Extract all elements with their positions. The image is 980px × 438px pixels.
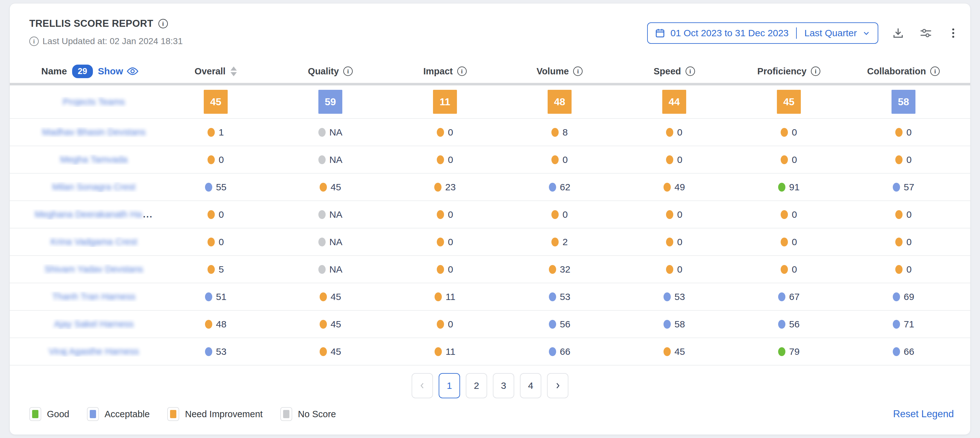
score-cell: 53 <box>617 291 732 302</box>
score-dot <box>666 265 673 274</box>
eye-icon <box>126 67 139 76</box>
score-dot <box>437 155 444 164</box>
row-name-link[interactable]: Meghana Deerakanath Ha... <box>35 209 153 220</box>
legend-label: No Score <box>298 409 336 419</box>
legend-item-no-score[interactable]: No Score <box>280 407 336 421</box>
score-dot <box>778 183 785 191</box>
legend-swatch <box>170 410 177 418</box>
previous-page-button[interactable] <box>412 373 433 398</box>
score-cell: 0 <box>732 127 846 138</box>
legend-item-good[interactable]: Good <box>29 407 69 421</box>
sort-icon[interactable] <box>231 67 237 76</box>
score-dot <box>437 320 444 329</box>
score-cell: 48 <box>158 319 273 330</box>
column-header-collaboration[interactable]: Collaboration i <box>846 66 961 76</box>
name-cell: Projects Teams <box>29 97 158 107</box>
show-toggle[interactable]: Show <box>98 66 139 76</box>
last-updated-info-icon[interactable]: i <box>29 37 39 46</box>
date-range-button[interactable]: 01 Oct 2023 to 31 Dec 2023 Last Quarter <box>647 22 878 44</box>
score-value: 2 <box>562 237 568 247</box>
column-header-proficiency[interactable]: Proficiency i <box>732 66 846 76</box>
truncation-ellipsis: ... <box>143 210 153 219</box>
legend-swatch-box <box>29 407 41 421</box>
column-header-volume[interactable]: Volume i <box>502 66 617 76</box>
row-name-link[interactable]: Madhav Bhasin Devstans <box>42 127 146 137</box>
table-row: Milan Sonagra Crest 55452362499157 <box>10 174 970 201</box>
row-name-link[interactable]: Ajay Sakel Harness <box>54 319 134 329</box>
score-cell: NA <box>273 237 388 247</box>
legend-swatch-box <box>167 407 179 421</box>
info-icon[interactable]: i <box>343 67 353 76</box>
score-dot <box>663 292 671 301</box>
score-cell: 0 <box>846 237 961 247</box>
table-row: Ajay Sakel Harness 4845056585671 <box>10 311 970 338</box>
legend-swatch <box>283 410 290 418</box>
score-value: 53 <box>675 291 685 302</box>
page-button-2[interactable]: 2 <box>466 373 487 398</box>
score-dot <box>663 183 671 191</box>
score-cell: 45 <box>273 291 388 302</box>
next-page-button[interactable] <box>547 373 568 398</box>
info-icon[interactable]: i <box>573 67 582 76</box>
row-name-link[interactable]: Megha Tamvada <box>60 154 127 165</box>
info-icon[interactable]: i <box>811 67 820 76</box>
score-dot <box>893 183 900 191</box>
score-cell: 66 <box>502 346 617 357</box>
score-value: 0 <box>906 209 912 220</box>
legend-item-acceptable[interactable]: Acceptable <box>87 407 150 421</box>
info-icon[interactable]: i <box>686 67 695 76</box>
score-cell: 44 <box>617 90 732 114</box>
page-button-3[interactable]: 3 <box>493 373 514 398</box>
score-cell: 91 <box>732 182 846 193</box>
score-dot <box>318 210 326 219</box>
score-dot <box>893 347 900 356</box>
info-icon[interactable]: i <box>457 67 467 76</box>
table-header-row: Name 29 Show Overall Quality i Impact i … <box>10 60 970 83</box>
filter-settings-button[interactable] <box>918 25 934 41</box>
row-name-link[interactable]: Thanh Tran Harness <box>52 291 135 302</box>
page-button-1[interactable]: 1 <box>439 373 460 398</box>
score-badge: 45 <box>204 90 228 114</box>
score-value: 0 <box>906 127 912 138</box>
score-dot <box>549 320 556 329</box>
score-dot <box>205 292 212 301</box>
pagination-pages: 1234 <box>439 373 541 398</box>
column-header-impact[interactable]: Impact i <box>388 66 502 76</box>
column-header-quality[interactable]: Quality i <box>273 66 388 76</box>
table-row: Megha Tamvada 0NA00000 <box>10 146 970 174</box>
row-name-link[interactable]: Shivam Yadav Devstans <box>45 264 143 274</box>
score-value: 56 <box>789 319 800 330</box>
score-value: 51 <box>216 291 226 302</box>
column-header-overall[interactable]: Overall <box>158 66 273 76</box>
info-icon[interactable]: i <box>930 67 940 76</box>
table-row: Thanh Tran Harness 51451153536769 <box>10 283 970 311</box>
score-dot <box>318 237 326 247</box>
score-dot <box>549 265 556 274</box>
reset-legend-link[interactable]: Reset Legend <box>893 408 954 420</box>
legend-item-need-improvement[interactable]: Need Improvement <box>167 407 262 421</box>
report-card: TRELLIS SCORE REPORT i i Last Updated at… <box>10 3 970 435</box>
score-cell: 11 <box>388 90 502 114</box>
score-value: 0 <box>906 154 912 165</box>
score-value: 11 <box>445 291 455 302</box>
score-value: 71 <box>904 319 914 330</box>
row-name-link[interactable]: Milan Sonagra Crest <box>52 182 135 192</box>
page-button-4[interactable]: 4 <box>520 373 541 398</box>
blurred-name: Projects Teams <box>63 97 125 107</box>
score-cell: 0 <box>388 319 502 330</box>
score-cell: NA <box>273 154 388 165</box>
title-info-icon[interactable]: i <box>158 19 168 29</box>
column-label: Speed <box>654 66 681 76</box>
score-dot <box>781 210 788 219</box>
column-header-speed[interactable]: Speed i <box>617 66 732 76</box>
download-button[interactable] <box>890 25 906 41</box>
score-cell: 45 <box>732 90 846 114</box>
row-name-link[interactable]: Krina Vadgama Crest <box>50 237 137 247</box>
row-name-link[interactable]: Viraj Agasthe Harness <box>49 346 139 357</box>
more-options-button[interactable] <box>946 25 961 41</box>
score-cell: 53 <box>502 291 617 302</box>
score-dot <box>551 128 558 137</box>
score-dot <box>437 128 444 137</box>
score-value: 0 <box>218 209 224 220</box>
row-name-link[interactable]: Projects Teams <box>63 97 125 107</box>
